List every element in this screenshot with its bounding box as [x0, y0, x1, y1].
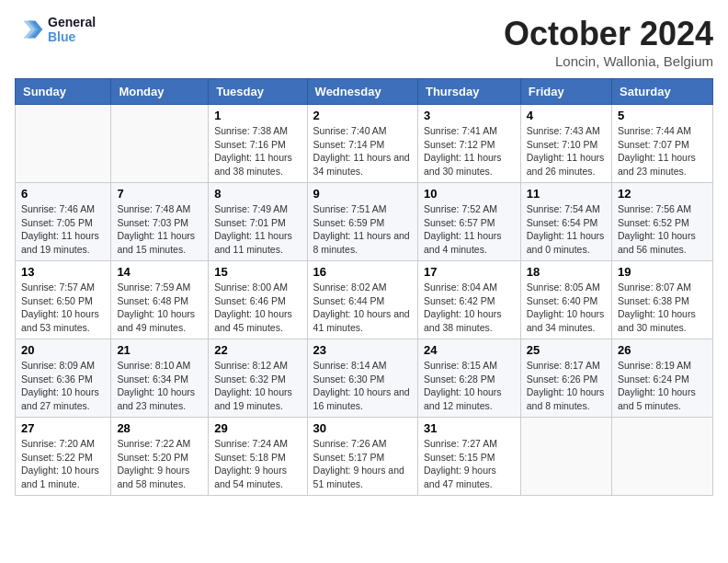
day-detail: Sunrise: 7:27 AMSunset: 5:15 PMDaylight:…	[424, 437, 515, 491]
calendar-cell: 15Sunrise: 8:00 AMSunset: 6:46 PMDayligh…	[209, 261, 307, 339]
day-number: 23	[313, 343, 412, 357]
calendar-week-3: 13Sunrise: 7:57 AMSunset: 6:50 PMDayligh…	[16, 261, 713, 339]
day-number: 24	[424, 343, 515, 357]
calendar-cell	[612, 418, 713, 496]
day-number: 5	[618, 109, 707, 122]
day-number: 15	[214, 265, 301, 279]
calendar-cell: 7Sunrise: 7:48 AMSunset: 7:03 PMDaylight…	[111, 183, 209, 261]
calendar-cell: 9Sunrise: 7:51 AMSunset: 6:59 PMDaylight…	[307, 183, 417, 261]
day-number: 12	[618, 187, 707, 201]
day-detail: Sunrise: 8:02 AMSunset: 6:44 PMDaylight:…	[313, 281, 412, 335]
calendar-week-4: 20Sunrise: 8:09 AMSunset: 6:36 PMDayligh…	[16, 339, 713, 418]
day-detail: Sunrise: 8:17 AMSunset: 6:26 PMDaylight:…	[527, 359, 606, 413]
day-number: 30	[313, 421, 412, 435]
calendar-cell	[16, 105, 111, 183]
calendar-cell: 13Sunrise: 7:57 AMSunset: 6:50 PMDayligh…	[16, 261, 111, 339]
day-detail: Sunrise: 7:38 AMSunset: 7:16 PMDaylight:…	[214, 124, 301, 178]
calendar-cell: 10Sunrise: 7:52 AMSunset: 6:57 PMDayligh…	[417, 183, 520, 261]
day-number: 11	[527, 187, 606, 201]
day-number: 22	[214, 343, 301, 357]
calendar-cell: 22Sunrise: 8:12 AMSunset: 6:32 PMDayligh…	[209, 339, 307, 418]
day-number: 14	[117, 265, 202, 279]
title-block: October 2024 Loncin, Wallonia, Belgium	[504, 15, 713, 69]
day-detail: Sunrise: 8:14 AMSunset: 6:30 PMDaylight:…	[313, 359, 412, 413]
calendar-cell: 11Sunrise: 7:54 AMSunset: 6:54 PMDayligh…	[520, 183, 611, 261]
day-detail: Sunrise: 8:05 AMSunset: 6:40 PMDaylight:…	[527, 281, 606, 335]
day-detail: Sunrise: 7:44 AMSunset: 7:07 PMDaylight:…	[618, 124, 707, 178]
calendar-cell	[111, 105, 209, 183]
day-number: 20	[21, 343, 105, 357]
calendar-cell: 31Sunrise: 7:27 AMSunset: 5:15 PMDayligh…	[417, 418, 520, 496]
calendar-cell: 27Sunrise: 7:20 AMSunset: 5:22 PMDayligh…	[16, 418, 111, 496]
calendar-cell	[520, 418, 611, 496]
day-detail: Sunrise: 7:56 AMSunset: 6:52 PMDaylight:…	[618, 202, 707, 257]
calendar-cell: 20Sunrise: 8:09 AMSunset: 6:36 PMDayligh…	[16, 339, 111, 418]
calendar-cell: 28Sunrise: 7:22 AMSunset: 5:20 PMDayligh…	[111, 418, 209, 496]
day-number: 13	[21, 265, 105, 279]
day-number: 19	[618, 265, 707, 279]
day-number: 29	[214, 421, 301, 435]
day-number: 7	[117, 187, 202, 201]
calendar-cell: 25Sunrise: 8:17 AMSunset: 6:26 PMDayligh…	[520, 339, 611, 418]
day-detail: Sunrise: 8:15 AMSunset: 6:28 PMDaylight:…	[424, 359, 515, 413]
calendar-cell: 2Sunrise: 7:40 AMSunset: 7:14 PMDaylight…	[307, 105, 417, 183]
day-detail: Sunrise: 8:09 AMSunset: 6:36 PMDaylight:…	[21, 359, 105, 413]
day-detail: Sunrise: 7:49 AMSunset: 7:01 PMDaylight:…	[214, 202, 301, 257]
day-detail: Sunrise: 7:57 AMSunset: 6:50 PMDaylight:…	[21, 281, 105, 335]
calendar-week-2: 6Sunrise: 7:46 AMSunset: 7:05 PMDaylight…	[16, 183, 713, 261]
day-detail: Sunrise: 7:51 AMSunset: 6:59 PMDaylight:…	[313, 202, 412, 257]
logo-text: General Blue	[48, 15, 96, 44]
day-number: 21	[117, 343, 202, 357]
calendar-table: SundayMondayTuesdayWednesdayThursdayFrid…	[15, 78, 713, 496]
day-detail: Sunrise: 7:59 AMSunset: 6:48 PMDaylight:…	[117, 281, 202, 335]
calendar-cell: 16Sunrise: 8:02 AMSunset: 6:44 PMDayligh…	[307, 261, 417, 339]
day-number: 31	[424, 421, 515, 435]
calendar-cell: 24Sunrise: 8:15 AMSunset: 6:28 PMDayligh…	[417, 339, 520, 418]
logo: General Blue	[15, 15, 96, 44]
calendar-cell: 4Sunrise: 7:43 AMSunset: 7:10 PMDaylight…	[520, 105, 611, 183]
day-number: 6	[21, 187, 105, 201]
location: Loncin, Wallonia, Belgium	[504, 53, 713, 69]
calendar-cell: 18Sunrise: 8:05 AMSunset: 6:40 PMDayligh…	[520, 261, 611, 339]
day-of-week-thursday: Thursday	[417, 79, 520, 105]
day-detail: Sunrise: 7:24 AMSunset: 5:18 PMDaylight:…	[214, 437, 301, 491]
page-header: General Blue October 2024 Loncin, Wallon…	[15, 15, 713, 69]
calendar-cell: 30Sunrise: 7:26 AMSunset: 5:17 PMDayligh…	[307, 418, 417, 496]
calendar-cell: 29Sunrise: 7:24 AMSunset: 5:18 PMDayligh…	[209, 418, 307, 496]
day-number: 3	[424, 109, 515, 122]
day-detail: Sunrise: 7:26 AMSunset: 5:17 PMDaylight:…	[313, 437, 412, 491]
day-of-week-wednesday: Wednesday	[307, 79, 417, 105]
calendar-cell: 1Sunrise: 7:38 AMSunset: 7:16 PMDaylight…	[209, 105, 307, 183]
day-of-week-sunday: Sunday	[16, 79, 111, 105]
day-detail: Sunrise: 8:07 AMSunset: 6:38 PMDaylight:…	[618, 281, 707, 335]
day-of-week-tuesday: Tuesday	[209, 79, 307, 105]
day-detail: Sunrise: 8:04 AMSunset: 6:42 PMDaylight:…	[424, 281, 515, 335]
day-detail: Sunrise: 7:20 AMSunset: 5:22 PMDaylight:…	[21, 437, 105, 491]
day-detail: Sunrise: 7:54 AMSunset: 6:54 PMDaylight:…	[527, 202, 606, 257]
day-number: 2	[313, 109, 412, 122]
day-detail: Sunrise: 8:12 AMSunset: 6:32 PMDaylight:…	[214, 359, 301, 413]
day-number: 8	[214, 187, 301, 201]
day-number: 16	[313, 265, 412, 279]
calendar-week-1: 1Sunrise: 7:38 AMSunset: 7:16 PMDaylight…	[16, 105, 713, 183]
day-of-week-saturday: Saturday	[612, 79, 713, 105]
day-detail: Sunrise: 7:48 AMSunset: 7:03 PMDaylight:…	[117, 202, 202, 257]
calendar-cell: 5Sunrise: 7:44 AMSunset: 7:07 PMDaylight…	[612, 105, 713, 183]
calendar-cell: 8Sunrise: 7:49 AMSunset: 7:01 PMDaylight…	[209, 183, 307, 261]
day-of-week-monday: Monday	[111, 79, 209, 105]
logo-icon	[15, 15, 44, 44]
day-number: 27	[21, 421, 105, 435]
day-of-week-friday: Friday	[520, 79, 611, 105]
day-detail: Sunrise: 7:40 AMSunset: 7:14 PMDaylight:…	[313, 124, 412, 178]
day-number: 1	[214, 109, 301, 122]
calendar-cell: 21Sunrise: 8:10 AMSunset: 6:34 PMDayligh…	[111, 339, 209, 418]
month-title: October 2024	[504, 15, 713, 53]
calendar-cell: 6Sunrise: 7:46 AMSunset: 7:05 PMDaylight…	[16, 183, 111, 261]
calendar-cell: 17Sunrise: 8:04 AMSunset: 6:42 PMDayligh…	[417, 261, 520, 339]
calendar-cell: 12Sunrise: 7:56 AMSunset: 6:52 PMDayligh…	[612, 183, 713, 261]
day-detail: Sunrise: 7:43 AMSunset: 7:10 PMDaylight:…	[527, 124, 606, 178]
day-detail: Sunrise: 7:22 AMSunset: 5:20 PMDaylight:…	[117, 437, 202, 491]
day-number: 4	[527, 109, 606, 122]
day-number: 28	[117, 421, 202, 435]
logo-line1: General	[48, 15, 96, 29]
